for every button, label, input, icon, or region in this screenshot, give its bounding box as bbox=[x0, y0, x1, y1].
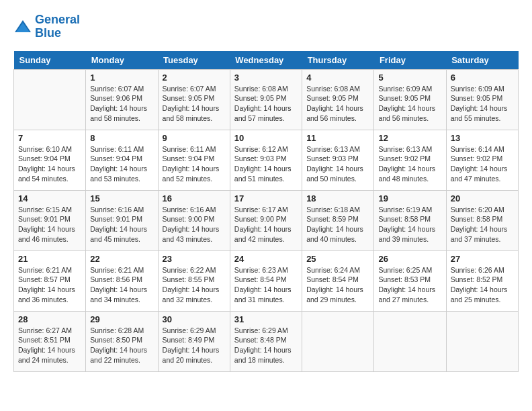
day-number: 13 bbox=[451, 133, 514, 143]
day-info: Sunrise: 6:12 AM Sunset: 9:03 PM Dayligh… bbox=[234, 144, 298, 184]
weekday-header-thursday: Thursday bbox=[302, 51, 374, 70]
calendar-cell: 11Sunrise: 6:13 AM Sunset: 9:03 PM Dayli… bbox=[302, 130, 374, 190]
calendar-week-row: 28Sunrise: 6:27 AM Sunset: 8:51 PM Dayli… bbox=[14, 311, 519, 371]
calendar-cell: 24Sunrise: 6:23 AM Sunset: 8:54 PM Dayli… bbox=[230, 250, 302, 311]
day-number: 30 bbox=[163, 314, 226, 324]
calendar-cell: 9Sunrise: 6:11 AM Sunset: 9:04 PM Daylig… bbox=[158, 130, 230, 190]
day-info: Sunrise: 6:21 AM Sunset: 8:56 PM Dayligh… bbox=[90, 265, 153, 305]
calendar-cell: 17Sunrise: 6:17 AM Sunset: 9:00 PM Dayli… bbox=[230, 190, 302, 250]
day-number: 3 bbox=[234, 73, 298, 83]
day-number: 16 bbox=[163, 193, 226, 203]
day-info: Sunrise: 6:13 AM Sunset: 9:03 PM Dayligh… bbox=[306, 144, 369, 184]
calendar-cell: 21Sunrise: 6:21 AM Sunset: 8:57 PM Dayli… bbox=[14, 250, 86, 311]
day-info: Sunrise: 6:07 AM Sunset: 9:05 PM Dayligh… bbox=[163, 84, 226, 124]
day-info: Sunrise: 6:27 AM Sunset: 8:51 PM Dayligh… bbox=[18, 326, 81, 365]
day-number: 25 bbox=[306, 254, 369, 264]
weekday-header-saturday: Saturday bbox=[446, 51, 518, 70]
weekday-header-monday: Monday bbox=[86, 51, 158, 70]
day-number: 2 bbox=[163, 73, 226, 83]
calendar-cell: 22Sunrise: 6:21 AM Sunset: 8:56 PM Dayli… bbox=[86, 250, 158, 311]
day-number: 6 bbox=[451, 73, 514, 83]
calendar-cell: 2Sunrise: 6:07 AM Sunset: 9:05 PM Daylig… bbox=[158, 69, 230, 130]
calendar-week-row: 21Sunrise: 6:21 AM Sunset: 8:57 PM Dayli… bbox=[14, 250, 519, 311]
day-number: 28 bbox=[18, 314, 81, 324]
page-header: General Blue bbox=[13, 13, 519, 40]
calendar-cell bbox=[14, 69, 86, 130]
day-number: 21 bbox=[18, 254, 81, 264]
day-info: Sunrise: 6:15 AM Sunset: 9:01 PM Dayligh… bbox=[18, 205, 81, 244]
day-number: 27 bbox=[451, 254, 514, 264]
calendar-cell: 27Sunrise: 6:26 AM Sunset: 8:52 PM Dayli… bbox=[446, 250, 518, 311]
day-number: 26 bbox=[378, 254, 441, 264]
day-info: Sunrise: 6:10 AM Sunset: 9:04 PM Dayligh… bbox=[18, 144, 81, 184]
calendar-cell: 15Sunrise: 6:16 AM Sunset: 9:01 PM Dayli… bbox=[86, 190, 158, 250]
calendar-cell: 20Sunrise: 6:20 AM Sunset: 8:58 PM Dayli… bbox=[446, 190, 518, 250]
calendar-cell bbox=[374, 311, 446, 371]
day-number: 15 bbox=[90, 193, 153, 203]
day-number: 29 bbox=[90, 314, 153, 324]
calendar-cell: 25Sunrise: 6:24 AM Sunset: 8:54 PM Dayli… bbox=[302, 250, 374, 311]
calendar-cell: 10Sunrise: 6:12 AM Sunset: 9:03 PM Dayli… bbox=[230, 130, 302, 190]
day-info: Sunrise: 6:08 AM Sunset: 9:05 PM Dayligh… bbox=[306, 84, 369, 124]
day-number: 20 bbox=[451, 193, 514, 203]
calendar-cell: 28Sunrise: 6:27 AM Sunset: 8:51 PM Dayli… bbox=[14, 311, 86, 371]
logo: General Blue bbox=[13, 13, 80, 40]
calendar-cell: 1Sunrise: 6:07 AM Sunset: 9:06 PM Daylig… bbox=[86, 69, 158, 130]
calendar-cell: 13Sunrise: 6:14 AM Sunset: 9:02 PM Dayli… bbox=[446, 130, 518, 190]
calendar-week-row: 7Sunrise: 6:10 AM Sunset: 9:04 PM Daylig… bbox=[14, 130, 519, 190]
day-info: Sunrise: 6:09 AM Sunset: 9:05 PM Dayligh… bbox=[378, 84, 441, 124]
calendar-cell: 26Sunrise: 6:25 AM Sunset: 8:53 PM Dayli… bbox=[374, 250, 446, 311]
day-info: Sunrise: 6:07 AM Sunset: 9:06 PM Dayligh… bbox=[90, 84, 153, 124]
weekday-header-friday: Friday bbox=[374, 51, 446, 70]
day-info: Sunrise: 6:29 AM Sunset: 8:49 PM Dayligh… bbox=[163, 326, 226, 365]
logo-icon bbox=[13, 19, 32, 35]
calendar-cell: 18Sunrise: 6:18 AM Sunset: 8:59 PM Dayli… bbox=[302, 190, 374, 250]
calendar-table: SundayMondayTuesdayWednesdayThursdayFrid… bbox=[13, 51, 519, 372]
calendar-week-row: 14Sunrise: 6:15 AM Sunset: 9:01 PM Dayli… bbox=[14, 190, 519, 250]
weekday-header-sunday: Sunday bbox=[14, 51, 86, 70]
day-info: Sunrise: 6:13 AM Sunset: 9:02 PM Dayligh… bbox=[378, 144, 441, 184]
calendar-cell: 31Sunrise: 6:29 AM Sunset: 8:48 PM Dayli… bbox=[230, 311, 302, 371]
day-info: Sunrise: 6:09 AM Sunset: 9:05 PM Dayligh… bbox=[451, 84, 514, 124]
day-number: 31 bbox=[234, 314, 298, 324]
day-number: 22 bbox=[90, 254, 153, 264]
calendar-cell: 29Sunrise: 6:28 AM Sunset: 8:50 PM Dayli… bbox=[86, 311, 158, 371]
calendar-header-row: SundayMondayTuesdayWednesdayThursdayFrid… bbox=[14, 51, 519, 70]
calendar-cell: 23Sunrise: 6:22 AM Sunset: 8:55 PM Dayli… bbox=[158, 250, 230, 311]
calendar-cell: 6Sunrise: 6:09 AM Sunset: 9:05 PM Daylig… bbox=[446, 69, 518, 130]
calendar-cell: 12Sunrise: 6:13 AM Sunset: 9:02 PM Dayli… bbox=[374, 130, 446, 190]
day-info: Sunrise: 6:14 AM Sunset: 9:02 PM Dayligh… bbox=[451, 144, 514, 184]
calendar-cell: 30Sunrise: 6:29 AM Sunset: 8:49 PM Dayli… bbox=[158, 311, 230, 371]
day-info: Sunrise: 6:24 AM Sunset: 8:54 PM Dayligh… bbox=[306, 265, 369, 305]
calendar-cell: 16Sunrise: 6:16 AM Sunset: 9:00 PM Dayli… bbox=[158, 190, 230, 250]
day-number: 7 bbox=[18, 133, 81, 143]
weekday-header-tuesday: Tuesday bbox=[158, 51, 230, 70]
calendar-cell bbox=[302, 311, 374, 371]
day-number: 17 bbox=[234, 193, 298, 203]
calendar-cell: 8Sunrise: 6:11 AM Sunset: 9:04 PM Daylig… bbox=[86, 130, 158, 190]
day-info: Sunrise: 6:28 AM Sunset: 8:50 PM Dayligh… bbox=[90, 326, 153, 365]
day-info: Sunrise: 6:20 AM Sunset: 8:58 PM Dayligh… bbox=[451, 205, 514, 244]
day-info: Sunrise: 6:18 AM Sunset: 8:59 PM Dayligh… bbox=[306, 205, 369, 244]
day-info: Sunrise: 6:25 AM Sunset: 8:53 PM Dayligh… bbox=[378, 265, 441, 305]
calendar-cell bbox=[446, 311, 518, 371]
day-number: 24 bbox=[234, 254, 298, 264]
day-number: 12 bbox=[378, 133, 441, 143]
day-number: 19 bbox=[378, 193, 441, 203]
calendar-cell: 5Sunrise: 6:09 AM Sunset: 9:05 PM Daylig… bbox=[374, 69, 446, 130]
day-info: Sunrise: 6:29 AM Sunset: 8:48 PM Dayligh… bbox=[234, 326, 298, 365]
day-info: Sunrise: 6:19 AM Sunset: 8:58 PM Dayligh… bbox=[378, 205, 441, 244]
calendar-cell: 3Sunrise: 6:08 AM Sunset: 9:05 PM Daylig… bbox=[230, 69, 302, 130]
day-number: 8 bbox=[90, 133, 153, 143]
day-info: Sunrise: 6:16 AM Sunset: 9:00 PM Dayligh… bbox=[163, 205, 226, 244]
calendar-cell: 14Sunrise: 6:15 AM Sunset: 9:01 PM Dayli… bbox=[14, 190, 86, 250]
day-info: Sunrise: 6:16 AM Sunset: 9:01 PM Dayligh… bbox=[90, 205, 153, 244]
calendar-cell: 4Sunrise: 6:08 AM Sunset: 9:05 PM Daylig… bbox=[302, 69, 374, 130]
day-info: Sunrise: 6:11 AM Sunset: 9:04 PM Dayligh… bbox=[163, 144, 226, 184]
day-info: Sunrise: 6:23 AM Sunset: 8:54 PM Dayligh… bbox=[234, 265, 298, 305]
day-number: 5 bbox=[378, 73, 441, 83]
day-number: 1 bbox=[90, 73, 153, 83]
day-info: Sunrise: 6:08 AM Sunset: 9:05 PM Dayligh… bbox=[234, 84, 298, 124]
logo-text: General Blue bbox=[35, 13, 80, 40]
calendar-cell: 7Sunrise: 6:10 AM Sunset: 9:04 PM Daylig… bbox=[14, 130, 86, 190]
